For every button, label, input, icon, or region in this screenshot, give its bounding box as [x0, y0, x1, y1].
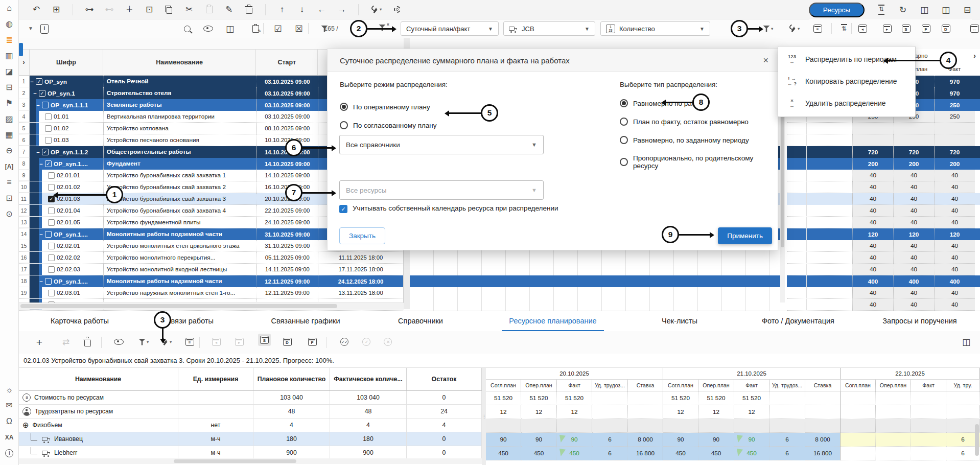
- cut-icon[interactable]: ✂: [185, 5, 193, 14]
- apply-button[interactable]: Применить: [718, 227, 772, 244]
- info-icon[interactable]: i: [40, 24, 49, 34]
- calendar-d-button[interactable]: D: [941, 24, 950, 34]
- period-row[interactable]: 51 52051 52051 52051 52051 52051 520: [486, 391, 980, 405]
- calendar-d-icon[interactable]: D: [942, 25, 950, 33]
- period-column-header[interactable]: Факт: [557, 380, 592, 391]
- format-brush-icon[interactable]: ✎: [225, 5, 232, 14]
- calendar-next-icon[interactable]: ▸: [883, 25, 892, 33]
- panel-toggle-button[interactable]: ◫: [962, 337, 971, 347]
- tab-4[interactable]: Справочники: [398, 317, 443, 325]
- filter-button[interactable]: ▾: [138, 337, 149, 347]
- confirm-all-icon[interactable]: ✓✓: [340, 338, 348, 346]
- row-checkbox[interactable]: [42, 102, 49, 108]
- summary-row[interactable]: 404040: [787, 252, 980, 264]
- row-checkbox[interactable]: [45, 125, 52, 132]
- resource-column-header[interactable]: Фактическое количе...: [330, 368, 407, 390]
- row-checkbox[interactable]: [48, 266, 55, 273]
- calendar-f-icon[interactable]: F: [308, 338, 317, 346]
- move-left-icon[interactable]: ←: [318, 5, 326, 14]
- mode-radio[interactable]: По оперативному плану: [340, 103, 430, 111]
- calendar-f-button[interactable]: F: [921, 24, 930, 34]
- collapse-icon[interactable]: −: [39, 231, 43, 238]
- add-row-icon[interactable]: ∔: [126, 5, 133, 14]
- tab-8[interactable]: Запросы и поручения: [882, 317, 956, 325]
- calendar-next-button[interactable]: ▸: [882, 24, 892, 34]
- sidebar-item-info[interactable]: i: [0, 445, 18, 461]
- collapse-icon[interactable]: −: [33, 90, 37, 97]
- panel-toggle-icon[interactable]: ◫: [962, 338, 970, 346]
- row-checkbox[interactable]: [45, 137, 52, 144]
- scrollbar-thumb[interactable]: [174, 459, 296, 463]
- row-checkbox[interactable]: [48, 172, 55, 179]
- calendar-bank-icon[interactable]: ≡: [813, 25, 822, 33]
- summary-row[interactable]: 400400400: [787, 275, 980, 287]
- calculator-button[interactable]: ⊞: [52, 5, 61, 15]
- cut-button[interactable]: ✂: [184, 5, 194, 15]
- calendar-d-icon[interactable]: D: [283, 338, 292, 346]
- period-column-header[interactable]: Опер.план: [876, 380, 911, 391]
- move-up-icon[interactable]: ↑: [280, 5, 285, 14]
- resource-column-header[interactable]: Ед. измерения: [178, 368, 253, 390]
- resource-column-header[interactable]: Плановое количество: [253, 368, 330, 390]
- summary-row[interactable]: 404040: [787, 193, 980, 205]
- period-column-header[interactable]: Ставка: [805, 380, 841, 391]
- bottom-splitter[interactable]: ⋮: [482, 368, 486, 465]
- summary-row[interactable]: 404040: [787, 205, 980, 217]
- panel-view-button[interactable]: ◫: [225, 24, 235, 34]
- undo-button[interactable]: ↶: [32, 5, 41, 15]
- tab-2[interactable]: Связи работы: [166, 317, 214, 325]
- period-column-header[interactable]: Факт: [911, 380, 946, 391]
- scrollbar-thumb[interactable]: [20, 304, 337, 308]
- menu-item-copy-distribution[interactable]: ! →← ?Копировать распределение: [778, 71, 915, 92]
- tools-icon[interactable]: [788, 25, 797, 33]
- chevron-down-icon[interactable]: ▼: [26, 24, 35, 34]
- panel-right-button[interactable]: ◫: [941, 5, 950, 15]
- row-checkbox[interactable]: [45, 231, 52, 238]
- clipboard-edit-icon[interactable]: ✎: [252, 25, 259, 33]
- move-left-button[interactable]: ←: [317, 5, 326, 15]
- calendar-s-button[interactable]: S: [901, 24, 911, 34]
- period-row[interactable]: 450450450616 800450450450616 8006: [486, 447, 980, 460]
- period-column-header[interactable]: Уд. тру.: [946, 380, 980, 391]
- indicator-dropdown[interactable]: 123 Количество ▼: [600, 21, 710, 36]
- sidebar-item-home[interactable]: ⌂: [0, 0, 18, 16]
- visibility-button[interactable]: [114, 337, 124, 347]
- panel-bottom-icon[interactable]: ⊟: [964, 6, 971, 14]
- period-column-header[interactable]: Ставка: [628, 380, 663, 391]
- confirm-icon[interactable]: ✓: [362, 338, 370, 346]
- visibility-icon[interactable]: [203, 26, 213, 32]
- filter-icon[interactable]: [763, 26, 770, 32]
- panel-bottom-button[interactable]: ⊟: [963, 5, 972, 15]
- resource-column-header[interactable]: Наименование: [18, 368, 178, 390]
- calendar-bank-button[interactable]: ≡: [813, 24, 822, 34]
- resource-row[interactable]: ¤Стоимость по ресурсам103 040103 0400: [18, 391, 482, 405]
- resource-dropdown[interactable]: JCB ▼: [503, 21, 595, 36]
- sidebar-item-flag[interactable]: ⚑: [0, 95, 18, 111]
- row-checkbox[interactable]: [45, 278, 52, 285]
- swap-button[interactable]: ⇄: [61, 337, 71, 347]
- dictionaries-dropdown[interactable]: Все справочники ▼: [339, 135, 544, 154]
- duplicate-row-button[interactable]: ⊡: [145, 5, 154, 15]
- collapse-icon[interactable]: −: [39, 278, 43, 285]
- period-column-header[interactable]: Уд. трудоз...: [769, 380, 805, 391]
- table-row[interactable]: 1702.02.03Устройство монолитной входной …: [18, 264, 403, 275]
- summary-row[interactable]: 720720720: [787, 146, 980, 158]
- reject-button[interactable]: ✕: [383, 337, 392, 347]
- resource-row[interactable]: ⊕Физобъемнет444: [18, 418, 482, 432]
- sort-top-icon[interactable]: ⇅: [841, 24, 847, 33]
- period-column-header[interactable]: Опер.план: [521, 380, 557, 391]
- filter-clear-icon[interactable]: ×: [378, 22, 387, 33]
- delete-icon[interactable]: [84, 338, 91, 346]
- calendar-s-button[interactable]: S: [258, 335, 271, 345]
- period-column-header[interactable]: Согл.план: [841, 380, 876, 391]
- collapse-icon[interactable]: −: [36, 102, 40, 108]
- calendar-s-icon[interactable]: S: [260, 336, 269, 344]
- sidebar-item-boards[interactable]: ▥: [0, 48, 18, 63]
- row-checkbox[interactable]: [48, 290, 55, 296]
- tab-6[interactable]: Чек-листы: [662, 317, 697, 325]
- calendar-prev-button[interactable]: ◂: [858, 24, 867, 34]
- move-right-button[interactable]: →: [337, 5, 346, 15]
- summary-row[interactable]: 404040: [787, 240, 980, 252]
- close-icon[interactable]: ×: [763, 55, 768, 66]
- chevron-right-icon[interactable]: ›: [973, 51, 976, 60]
